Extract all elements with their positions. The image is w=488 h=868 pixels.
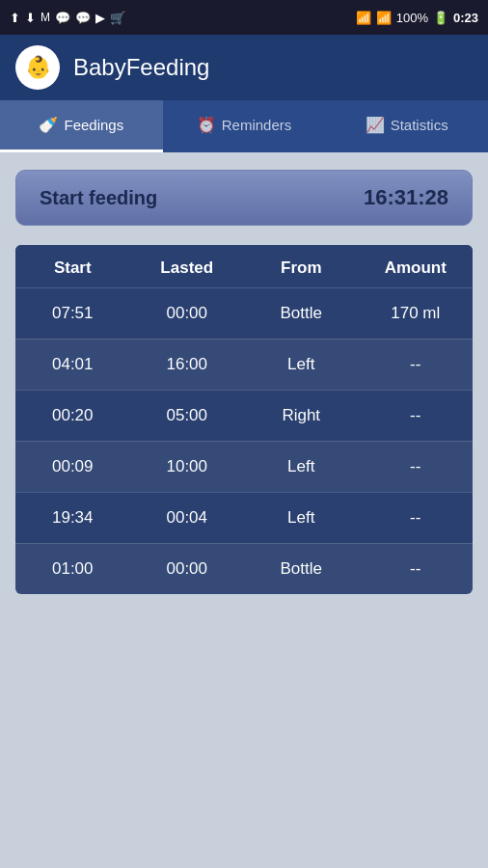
cell-lasted-5: 00:00 bbox=[130, 559, 245, 579]
feedings-table: Start Lasted From Amount 07:51 00:00 Bot… bbox=[15, 245, 473, 594]
battery-percent: 100% bbox=[396, 11, 428, 25]
cell-amount-0: 170 ml bbox=[359, 304, 474, 323]
table-row[interactable]: 01:00 00:00 Bottle -- bbox=[15, 543, 473, 594]
cell-amount-2: -- bbox=[359, 406, 474, 425]
cell-start-1: 04:01 bbox=[15, 355, 130, 374]
start-feeding-time: 16:31:28 bbox=[364, 185, 448, 210]
usb-icon: ⬆ bbox=[10, 11, 20, 25]
status-icons-right: 📶 📶 100% 🔋 0:23 bbox=[356, 11, 478, 25]
cell-from-2: Right bbox=[244, 406, 359, 425]
reminders-icon: ⏰ bbox=[197, 116, 216, 134]
table-row[interactable]: 07:51 00:00 Bottle 170 ml bbox=[15, 287, 473, 339]
cell-lasted-2: 05:00 bbox=[130, 406, 245, 425]
battery-icon: 🔋 bbox=[433, 11, 448, 25]
cell-lasted-1: 16:00 bbox=[130, 355, 245, 374]
cell-start-2: 00:20 bbox=[15, 406, 130, 425]
feedings-icon: 🍼 bbox=[39, 116, 58, 134]
tab-bar: 🍼 Feedings ⏰ Reminders 📈 Statistics bbox=[0, 100, 488, 152]
table-row[interactable]: 00:20 05:00 Right -- bbox=[15, 390, 473, 441]
statistics-icon: 📈 bbox=[366, 116, 385, 134]
app-logo: 👶 bbox=[15, 45, 60, 90]
cell-start-4: 19:34 bbox=[15, 508, 130, 528]
play-icon: ▶ bbox=[95, 11, 105, 25]
col-header-from: From bbox=[244, 258, 359, 278]
col-header-amount: Amount bbox=[359, 258, 474, 278]
cell-from-4: Left bbox=[244, 508, 359, 528]
cell-amount-4: -- bbox=[359, 508, 474, 528]
tab-reminders[interactable]: ⏰ Reminders bbox=[163, 100, 326, 152]
cell-lasted-4: 00:04 bbox=[130, 508, 245, 528]
cell-from-1: Left bbox=[244, 355, 359, 374]
gmail-icon: M bbox=[41, 11, 50, 24]
msg2-icon: 💬 bbox=[75, 11, 91, 25]
cell-start-3: 00:09 bbox=[15, 457, 130, 476]
start-feeding-label: Start feeding bbox=[40, 187, 157, 209]
table-row[interactable]: 00:09 10:00 Left -- bbox=[15, 441, 473, 492]
cell-amount-1: -- bbox=[359, 355, 474, 374]
table-row[interactable]: 19:34 00:04 Left -- bbox=[15, 492, 473, 543]
clock: 0:23 bbox=[453, 11, 478, 25]
msg-icon: 💬 bbox=[55, 11, 70, 25]
cell-amount-5: -- bbox=[359, 559, 474, 579]
cell-lasted-3: 10:00 bbox=[130, 457, 245, 476]
cell-start-5: 01:00 bbox=[15, 559, 130, 579]
col-header-start: Start bbox=[15, 258, 130, 278]
app-title: BabyFeeding bbox=[73, 54, 209, 81]
col-header-lasted: Lasted bbox=[130, 258, 245, 278]
tab-statistics[interactable]: 📈 Statistics bbox=[325, 100, 488, 152]
status-bar: ⬆ ⬇ M 💬 💬 ▶ 🛒 📶 📶 100% 🔋 0:23 bbox=[0, 0, 488, 35]
tab-statistics-label: Statistics bbox=[391, 117, 448, 133]
tab-feedings[interactable]: 🍼 Feedings bbox=[0, 100, 163, 152]
download-icon: ⬇ bbox=[25, 11, 36, 25]
cell-from-0: Bottle bbox=[244, 304, 359, 323]
cell-from-3: Left bbox=[244, 457, 359, 476]
start-feeding-button[interactable]: Start feeding 16:31:28 bbox=[15, 170, 473, 226]
cell-lasted-0: 00:00 bbox=[130, 304, 245, 323]
cell-amount-3: -- bbox=[359, 457, 474, 476]
baby-icon: 👶 bbox=[25, 55, 51, 80]
tab-feedings-label: Feedings bbox=[64, 117, 123, 133]
status-icons-left: ⬆ ⬇ M 💬 💬 ▶ 🛒 bbox=[10, 11, 125, 25]
signal-icon: 📶 bbox=[376, 11, 392, 25]
cart-icon: 🛒 bbox=[110, 11, 125, 25]
main-content: Start feeding 16:31:28 Start Lasted From… bbox=[0, 152, 488, 611]
table-header: Start Lasted From Amount bbox=[15, 245, 473, 287]
table-row[interactable]: 04:01 16:00 Left -- bbox=[15, 339, 473, 390]
wifi-icon: 📶 bbox=[356, 11, 371, 25]
app-header: 👶 BabyFeeding bbox=[0, 35, 488, 100]
cell-from-5: Bottle bbox=[244, 559, 359, 579]
cell-start-0: 07:51 bbox=[15, 304, 130, 323]
tab-reminders-label: Reminders bbox=[222, 117, 292, 133]
